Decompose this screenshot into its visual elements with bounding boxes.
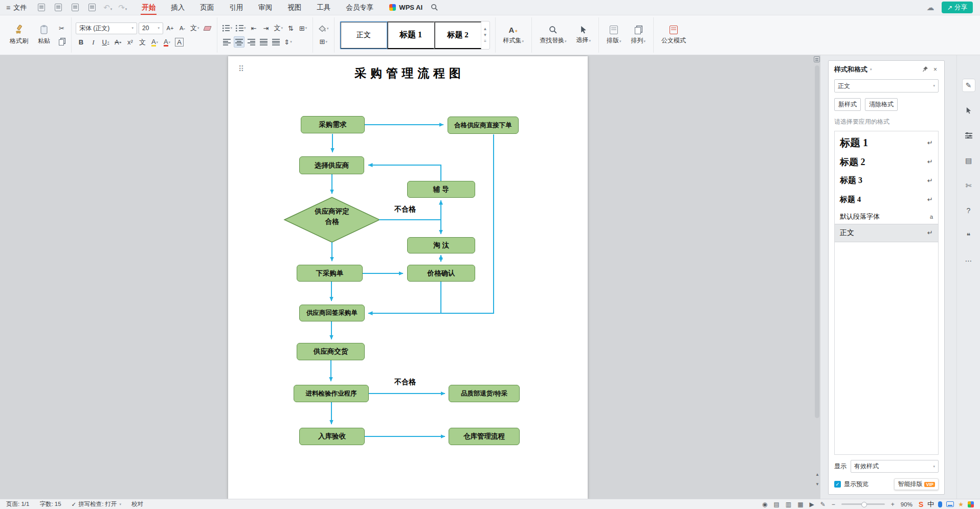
- flow-node-purchase-demand[interactable]: 采购需求: [301, 116, 365, 133]
- vertical-scrollbar[interactable]: [815, 65, 819, 418]
- page-view-button[interactable]: ▤: [774, 501, 779, 508]
- edge-label-unqualified-1[interactable]: 不合格: [390, 205, 420, 214]
- redo-button[interactable]: ↷▾: [118, 3, 127, 12]
- read-mode-button[interactable]: ▤: [962, 154, 975, 167]
- pin-panel-button[interactable]: [921, 66, 930, 74]
- page-indicator[interactable]: 页面: 1/1: [6, 500, 29, 508]
- wps-ai-button[interactable]: WPS AI: [389, 4, 422, 11]
- save-button[interactable]: [36, 2, 47, 13]
- strikethrough-button[interactable]: A▾: [113, 37, 123, 48]
- increase-font-button[interactable]: A+: [165, 22, 175, 34]
- clip-tool-button[interactable]: ✄: [962, 179, 975, 192]
- rewards-icon[interactable]: ★: [958, 501, 964, 508]
- gallery-style-body[interactable]: 正文: [340, 21, 387, 49]
- web-view-button[interactable]: ▦: [797, 501, 803, 508]
- current-style-dropdown[interactable]: 正文 ▾: [834, 79, 939, 92]
- font-size-dropdown[interactable]: 20 ▾: [139, 22, 163, 34]
- flow-node-select-supplier[interactable]: 选择供应商: [299, 156, 364, 174]
- flow-node-qualified-supplier-order[interactable]: 合格供应商直接下单: [448, 117, 519, 134]
- microphone-icon[interactable]: [938, 501, 942, 507]
- tab-home[interactable]: 开始: [134, 0, 163, 15]
- preview-button[interactable]: [86, 2, 97, 13]
- outline-view-button[interactable]: ▥: [786, 501, 791, 508]
- italic-button[interactable]: I: [88, 37, 99, 48]
- adjust-settings-button[interactable]: [962, 129, 975, 142]
- clear-format-button[interactable]: [202, 22, 213, 34]
- tab-tools[interactable]: 工具: [309, 0, 338, 15]
- increase-indent-button[interactable]: ⇥: [261, 22, 272, 34]
- align-left-button[interactable]: [221, 36, 232, 48]
- flow-node-eliminate[interactable]: 淘 汰: [407, 237, 475, 253]
- arrange-button[interactable]: 排列▾: [628, 25, 650, 46]
- text-effects-button[interactable]: 文▾: [189, 22, 201, 34]
- share-button[interactable]: ↗ 分享: [942, 2, 973, 13]
- ime-mode-indicator[interactable]: 中: [927, 500, 934, 509]
- zoom-slider[interactable]: [841, 503, 885, 505]
- undo-button[interactable]: ↶▾: [103, 3, 112, 12]
- keyboard-icon[interactable]: [946, 501, 954, 507]
- protect-eye-button[interactable]: ◉: [762, 501, 767, 508]
- flow-node-supplier-signback[interactable]: 供应商回签采购单: [299, 305, 365, 321]
- style-set-button[interactable]: A✦ 样式集▾: [500, 25, 528, 46]
- flow-node-decision-label[interactable]: 供应商评定 合格: [300, 206, 364, 227]
- character-border-button[interactable]: A: [174, 37, 185, 48]
- feedback-button[interactable]: ❝: [962, 229, 975, 242]
- bullet-list-button[interactable]: ▾: [221, 22, 234, 34]
- numbered-list-button[interactable]: ▾: [235, 22, 247, 34]
- zoom-out-button[interactable]: −: [832, 501, 835, 508]
- edge-label-unqualified-2[interactable]: 不合格: [390, 378, 420, 387]
- tab-insert[interactable]: 插入: [163, 0, 192, 15]
- align-center-button[interactable]: [234, 36, 244, 48]
- print-button[interactable]: [70, 2, 80, 13]
- gallery-scroll-up-button[interactable]: ▲: [483, 27, 487, 31]
- find-replace-button[interactable]: 查找替换▾: [536, 25, 570, 46]
- style-item-heading2[interactable]: 标题 2 ↵: [835, 152, 938, 171]
- new-style-button[interactable]: 新样式: [834, 98, 861, 111]
- close-panel-button[interactable]: ×: [932, 66, 939, 73]
- flow-node-place-order[interactable]: 下采购单: [297, 265, 363, 282]
- document-page[interactable]: ⠿ 采 购 管 理 流 程 图 采购需求: [228, 56, 588, 499]
- ruler-toggle-icon[interactable]: [814, 56, 820, 62]
- superscript-button[interactable]: x²: [125, 37, 136, 48]
- style-item-default-font[interactable]: 默认段落字体 a: [835, 209, 938, 224]
- tab-reference[interactable]: 引用: [221, 0, 251, 15]
- style-item-heading3[interactable]: 标题 3 ↵: [835, 171, 938, 190]
- gallery-scroll-down-button[interactable]: ▼: [483, 33, 487, 37]
- spellcheck-status[interactable]: ✓ 拼写检查: 打开 ▾: [72, 500, 122, 508]
- gallery-style-heading1[interactable]: 标题 1: [387, 21, 434, 49]
- line-spacing-button[interactable]: ⇕▾: [283, 36, 294, 48]
- decrease-font-button[interactable]: A-: [177, 22, 188, 34]
- style-item-heading4[interactable]: 标题 4 ↵: [835, 190, 938, 209]
- word-count[interactable]: 字数: 15: [39, 500, 61, 508]
- cut-button[interactable]: ✂: [56, 23, 67, 34]
- flow-node-incoming-inspection[interactable]: 进料检验作业程序: [294, 385, 369, 402]
- annotate-button[interactable]: ✎: [820, 501, 826, 508]
- table-button[interactable]: ⊞▾: [298, 22, 308, 34]
- bold-button[interactable]: B: [76, 37, 86, 48]
- flow-node-warehouse-acceptance[interactable]: 入库验收: [299, 428, 365, 445]
- help-button[interactable]: ?: [962, 204, 975, 217]
- decrease-indent-button[interactable]: ⇤: [249, 22, 259, 34]
- align-right-button[interactable]: [246, 36, 257, 48]
- file-menu-button[interactable]: ≡ 文件: [0, 0, 33, 15]
- more-tools-button[interactable]: ⋯: [962, 254, 975, 267]
- play-presentation-button[interactable]: ▶: [810, 501, 814, 508]
- flow-node-coaching[interactable]: 辅 导: [407, 181, 475, 198]
- edit-mode-button[interactable]: ✎: [962, 79, 975, 92]
- font-name-dropdown[interactable]: 宋体 (正文) ▾: [76, 22, 137, 34]
- flow-node-supplier-delivery[interactable]: 供应商交货: [297, 343, 365, 360]
- flow-node-quality-return[interactable]: 品质部退货/特采: [449, 385, 520, 402]
- paragraph-sort-button[interactable]: ⇅: [285, 22, 296, 34]
- tab-page[interactable]: 页面: [192, 0, 221, 15]
- layout-button[interactable]: 排版▾: [603, 25, 625, 46]
- smart-layout-button[interactable]: 智能排版 VIP: [894, 478, 939, 490]
- input-grid-icon[interactable]: [968, 501, 974, 507]
- shading-button[interactable]: ▾: [317, 23, 330, 34]
- borders-button[interactable]: ⊞▾: [317, 36, 330, 48]
- format-painter-button[interactable]: 格式刷: [6, 24, 32, 47]
- sogou-input-icon[interactable]: S: [919, 500, 923, 508]
- tab-review[interactable]: 审阅: [251, 0, 280, 15]
- style-item-body[interactable]: 正文 ↵: [835, 224, 938, 242]
- zoom-in-button[interactable]: +: [891, 501, 895, 508]
- gallery-style-heading2[interactable]: 标题 2: [434, 21, 481, 49]
